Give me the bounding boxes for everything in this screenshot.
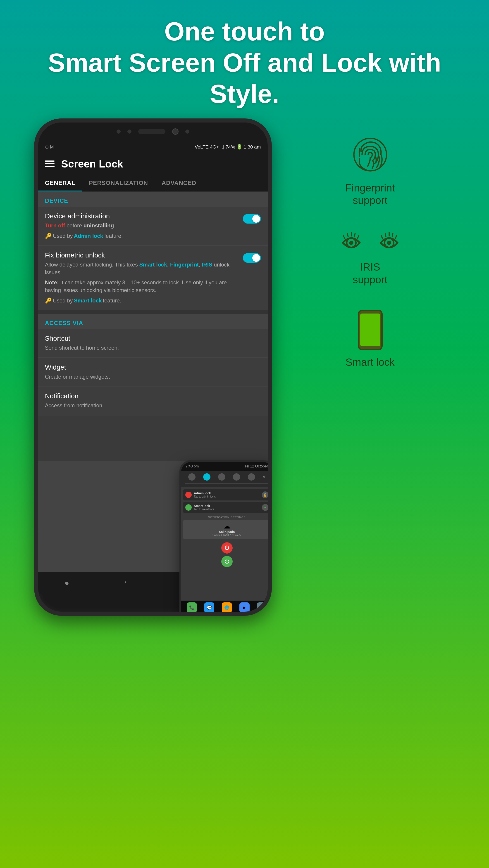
setting-shortcut[interactable]: Shortcut Send shortcut to home screen.: [38, 329, 268, 358]
power-off-button[interactable]: ⏻: [221, 542, 233, 554]
setting-device-admin-desc: Turn off before uninstalling .: [45, 222, 238, 229]
power-button[interactable]: [269, 213, 272, 242]
tabs-bar: GENERAL PERSONALIZATION ADVANCED: [38, 175, 268, 192]
volume-up-button[interactable]: [34, 202, 37, 220]
setting-shortcut-title: Shortcut: [45, 335, 256, 342]
header-line1: One touch to: [164, 17, 325, 46]
setting-notification-title: Notification: [45, 392, 256, 400]
admin-notif-action[interactable]: 🔒: [262, 491, 268, 498]
second-phone-apps: 📞 💬 🌐 ▶ 📷: [181, 600, 272, 614]
fingerprint-link[interactable]: Fingerprint: [170, 261, 199, 268]
header-title: One touch to Smart Screen Off and Lock w…: [18, 16, 471, 110]
fingerprint-label: Fingerprint support: [345, 182, 395, 207]
app-camera-icon[interactable]: 📷: [257, 602, 267, 613]
qs-icon-2[interactable]: [203, 473, 210, 480]
feature-text1: feature.: [104, 232, 123, 240]
content-bottom-padding: [38, 415, 268, 461]
biometric-toggle[interactable]: [243, 253, 261, 263]
second-status-date: Fri 12 October: [245, 464, 268, 468]
smart-lock-link2[interactable]: Smart lock: [74, 297, 102, 305]
main-content: ⊙ M VoLTE 4G+ ..| 74% 🔋 1:30 am Screen L…: [0, 119, 489, 616]
feature-iris: IRIS support: [285, 229, 455, 286]
app-play-store-icon[interactable]: ▶: [239, 602, 250, 613]
second-phone-nav: ← ● □: [181, 614, 272, 616]
earpiece-speaker: [138, 129, 165, 134]
quick-settings-row: ∨: [185, 473, 269, 480]
note-body: It can take approximately 3…10+ seconds …: [45, 279, 227, 293]
widget-cloud-icon: ☁: [186, 523, 268, 530]
volume-down-button[interactable]: [34, 226, 37, 245]
feature-fingerprint: Fingerprint support: [285, 132, 455, 207]
widget-city: Sakhipada: [186, 530, 268, 534]
iris-link[interactable]: IRIS: [202, 261, 212, 268]
hamburger-menu-icon[interactable]: [45, 160, 55, 167]
tab-advanced[interactable]: ADVANCED: [155, 175, 203, 191]
setting-widget[interactable]: Widget Create or manage widgets.: [38, 358, 268, 386]
nav-recents-button[interactable]: ⌐: [117, 576, 131, 590]
setting-device-admin-title: Device administration: [45, 212, 238, 220]
section-header-device: DEVICE: [38, 192, 268, 207]
status-icons-left: ⊙ M: [45, 144, 54, 150]
second-status-bar: 7:40 pm Fri 12 October: [181, 462, 272, 471]
setting-device-admin-content: Device administration Turn off before un…: [45, 212, 243, 240]
setting-biometric-desc: Allow delayed smart locking. This fixes …: [45, 261, 238, 276]
svg-point-4: [387, 241, 391, 245]
status-bar-left: ⊙ M: [45, 144, 54, 150]
app-internet-icon[interactable]: 🌐: [222, 602, 232, 613]
power-on-button[interactable]: ⏻: [221, 556, 233, 567]
front-camera: [172, 128, 178, 135]
header-line2: Smart Screen Off and Lock with Style.: [48, 48, 441, 108]
nav-home-button[interactable]: ●: [60, 576, 74, 590]
used-by-text: Used by: [53, 232, 73, 240]
app-bar[interactable]: Screen Lock: [38, 153, 268, 175]
smart-notif-action[interactable]: ●: [262, 504, 268, 511]
status-bar: ⊙ M VoLTE 4G+ ..| 74% 🔋 1:30 am: [38, 141, 268, 153]
svg-point-2: [349, 241, 353, 245]
iris-svg: [341, 229, 400, 256]
section-separator: [38, 310, 268, 314]
qs-icon-1[interactable]: [188, 473, 196, 480]
setting-device-admin[interactable]: Device administration Turn off before un…: [38, 207, 268, 245]
qs-icon-5[interactable]: [248, 473, 255, 480]
admin-notif-icon: [185, 492, 192, 498]
qs-expand-icon[interactable]: ∨: [263, 473, 265, 480]
smart-lock-screen-green: [360, 313, 380, 346]
setting-biometric[interactable]: Fix biometric unlock Allow delayed smart…: [38, 246, 268, 310]
iris-icon: [341, 229, 400, 256]
second-phone-screen: 7:40 pm Fri 12 October ∨: [181, 462, 272, 616]
sensor-dot2: [185, 129, 190, 133]
notif-card-admin[interactable]: Admin lock Tap to admin lock. 🔒: [183, 489, 271, 500]
app-messages-icon[interactable]: 💬: [204, 602, 214, 613]
device-admin-toggle[interactable]: [243, 214, 261, 223]
period1: .: [115, 222, 117, 228]
smart-lock-icon: [356, 309, 384, 351]
fingerprint-svg: [350, 134, 391, 175]
setting-widget-content: Widget Create or manage widgets.: [45, 364, 261, 381]
feature-smart-lock: Smart lock: [285, 309, 455, 368]
smart-lock-link[interactable]: Smart lock: [139, 261, 167, 268]
tab-general[interactable]: GENERAL: [38, 175, 82, 191]
feature-text2: feature.: [103, 297, 121, 305]
before-text: before: [66, 222, 84, 228]
admin-notif-sub: Tap to admin lock.: [194, 495, 260, 498]
qs-icon-4[interactable]: [233, 473, 240, 480]
notif-settings-label[interactable]: NOTIFICATION SETTINGS: [183, 515, 271, 520]
app-phone-icon[interactable]: 📞: [187, 602, 197, 613]
setting-widget-desc: Create or manage widgets.: [45, 373, 256, 381]
sensor-dot: [127, 129, 132, 133]
smart-notif-icon: [185, 504, 192, 510]
setting-shortcut-desc: Send shortcut to home screen.: [45, 344, 256, 352]
key-icon: 🔑: [45, 232, 52, 240]
used-by-text2: Used by: [53, 297, 73, 305]
notif-card-smart[interactable]: Smart lock Tap to smart lock. ●: [183, 502, 271, 513]
brightness-slider[interactable]: [185, 483, 269, 484]
section-header-access: ACCESS VIA: [38, 314, 268, 329]
tab-personalization[interactable]: PERSONALIZATION: [82, 175, 155, 191]
admin-lock-link[interactable]: Admin lock: [74, 232, 103, 240]
setting-notification[interactable]: Notification Access from notification.: [38, 386, 268, 415]
note-label: Note:: [45, 279, 59, 285]
smart-notif-text: Smart lock Tap to smart lock.: [194, 504, 260, 511]
admin-notif-text: Admin lock Tap to admin lock.: [194, 491, 260, 498]
smart-lock-phone-shape: [358, 310, 383, 350]
qs-icon-3[interactable]: [218, 473, 225, 480]
